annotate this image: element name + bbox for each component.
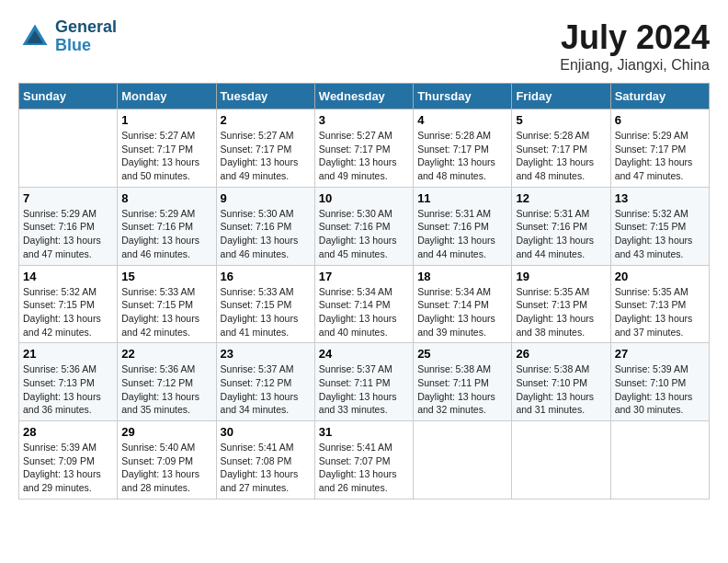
day-info: Sunrise: 5:33 AMSunset: 7:15 PMDaylight:… (221, 285, 311, 339)
day-number: 5 (516, 113, 606, 127)
day-number: 7 (23, 191, 113, 205)
day-info: Sunrise: 5:28 AMSunset: 7:17 PMDaylight:… (516, 129, 606, 183)
day-number: 28 (23, 425, 113, 439)
day-number: 20 (615, 270, 705, 283)
calendar-day-cell: 1Sunrise: 5:27 AMSunset: 7:17 PMDaylight… (118, 109, 216, 188)
calendar-day-cell: 11Sunrise: 5:31 AMSunset: 7:16 PMDayligh… (414, 187, 512, 265)
weekday-header-tuesday: Tuesday (216, 84, 314, 109)
calendar-day-cell: 31Sunrise: 5:41 AMSunset: 7:07 PMDayligh… (314, 421, 413, 500)
calendar-day-cell: 17Sunrise: 5:34 AMSunset: 7:14 PMDayligh… (314, 265, 413, 343)
page-header: General Blue July 2024 Enjiang, Jiangxi,… (18, 18, 710, 74)
weekday-header-saturday: Saturday (610, 84, 709, 109)
calendar-day-cell: 27Sunrise: 5:39 AMSunset: 7:10 PMDayligh… (610, 343, 709, 421)
calendar-table: SundayMondayTuesdayWednesdayThursdayFrid… (18, 83, 710, 500)
calendar-day-cell: 10Sunrise: 5:30 AMSunset: 7:16 PMDayligh… (314, 187, 413, 265)
calendar-day-cell: 30Sunrise: 5:41 AMSunset: 7:08 PMDayligh… (216, 421, 314, 500)
day-info: Sunrise: 5:38 AMSunset: 7:10 PMDaylight:… (516, 362, 606, 417)
calendar-day-cell: 9Sunrise: 5:30 AMSunset: 7:16 PMDaylight… (216, 187, 314, 265)
calendar-day-cell: 3Sunrise: 5:27 AMSunset: 7:17 PMDaylight… (314, 109, 413, 188)
calendar-day-cell: 8Sunrise: 5:29 AMSunset: 7:16 PMDaylight… (118, 187, 216, 265)
day-info: Sunrise: 5:39 AMSunset: 7:10 PMDaylight:… (615, 362, 705, 417)
calendar-day-cell (19, 109, 118, 188)
calendar-day-cell: 21Sunrise: 5:36 AMSunset: 7:13 PMDayligh… (19, 343, 118, 421)
calendar-day-cell: 16Sunrise: 5:33 AMSunset: 7:15 PMDayligh… (216, 265, 314, 343)
calendar-week-row: 1Sunrise: 5:27 AMSunset: 7:17 PMDaylight… (19, 109, 710, 188)
day-number: 12 (516, 191, 606, 205)
calendar-day-cell: 18Sunrise: 5:34 AMSunset: 7:14 PMDayligh… (414, 265, 512, 343)
day-info: Sunrise: 5:35 AMSunset: 7:13 PMDaylight:… (615, 285, 705, 339)
day-number: 24 (319, 347, 409, 361)
day-info: Sunrise: 5:32 AMSunset: 7:15 PMDaylight:… (615, 207, 705, 261)
title-section: July 2024 Enjiang, Jiangxi, China (560, 18, 710, 74)
location-title: Enjiang, Jiangxi, China (560, 57, 710, 74)
day-number: 15 (121, 270, 211, 283)
calendar-day-cell: 24Sunrise: 5:37 AMSunset: 7:11 PMDayligh… (314, 343, 413, 421)
logo-icon (18, 20, 51, 53)
day-number: 18 (417, 270, 507, 283)
logo-text: General Blue (55, 18, 117, 55)
calendar-day-cell: 5Sunrise: 5:28 AMSunset: 7:17 PMDaylight… (512, 109, 610, 188)
day-info: Sunrise: 5:27 AMSunset: 7:17 PMDaylight:… (319, 129, 409, 183)
day-number: 11 (417, 191, 507, 205)
calendar-day-cell: 28Sunrise: 5:39 AMSunset: 7:09 PMDayligh… (19, 421, 118, 500)
logo: General Blue (18, 18, 117, 55)
day-number: 8 (121, 191, 211, 205)
day-info: Sunrise: 5:29 AMSunset: 7:16 PMDaylight:… (23, 207, 113, 261)
day-number: 6 (615, 113, 705, 127)
calendar-day-cell: 12Sunrise: 5:31 AMSunset: 7:16 PMDayligh… (512, 187, 610, 265)
calendar-day-cell: 19Sunrise: 5:35 AMSunset: 7:13 PMDayligh… (512, 265, 610, 343)
day-number: 31 (319, 425, 409, 439)
day-info: Sunrise: 5:27 AMSunset: 7:17 PMDaylight:… (121, 129, 211, 183)
calendar-week-row: 7Sunrise: 5:29 AMSunset: 7:16 PMDaylight… (19, 187, 710, 265)
calendar-day-cell: 14Sunrise: 5:32 AMSunset: 7:15 PMDayligh… (19, 265, 118, 343)
calendar-day-cell: 22Sunrise: 5:36 AMSunset: 7:12 PMDayligh… (118, 343, 216, 421)
day-info: Sunrise: 5:34 AMSunset: 7:14 PMDaylight:… (319, 285, 409, 339)
day-number: 10 (319, 191, 409, 205)
calendar-day-cell: 23Sunrise: 5:37 AMSunset: 7:12 PMDayligh… (216, 343, 314, 421)
weekday-header-friday: Friday (512, 84, 610, 109)
day-number: 19 (516, 270, 606, 283)
day-number: 27 (615, 347, 705, 361)
day-info: Sunrise: 5:41 AMSunset: 7:08 PMDaylight:… (221, 441, 311, 495)
day-number: 30 (221, 425, 311, 439)
calendar-day-cell: 6Sunrise: 5:29 AMSunset: 7:17 PMDaylight… (610, 109, 709, 188)
day-info: Sunrise: 5:29 AMSunset: 7:17 PMDaylight:… (615, 129, 705, 183)
day-info: Sunrise: 5:33 AMSunset: 7:15 PMDaylight:… (121, 285, 211, 339)
day-info: Sunrise: 5:32 AMSunset: 7:15 PMDaylight:… (23, 285, 113, 339)
calendar-day-cell: 29Sunrise: 5:40 AMSunset: 7:09 PMDayligh… (118, 421, 216, 500)
day-info: Sunrise: 5:29 AMSunset: 7:16 PMDaylight:… (121, 207, 211, 261)
calendar-day-cell: 25Sunrise: 5:38 AMSunset: 7:11 PMDayligh… (414, 343, 512, 421)
day-number: 25 (417, 347, 507, 361)
calendar-day-cell: 13Sunrise: 5:32 AMSunset: 7:15 PMDayligh… (610, 187, 709, 265)
day-info: Sunrise: 5:35 AMSunset: 7:13 PMDaylight:… (516, 285, 606, 339)
day-number: 29 (121, 425, 211, 439)
month-title: July 2024 (560, 18, 710, 57)
calendar-week-row: 28Sunrise: 5:39 AMSunset: 7:09 PMDayligh… (19, 421, 710, 500)
day-info: Sunrise: 5:39 AMSunset: 7:09 PMDaylight:… (23, 441, 113, 495)
calendar-day-cell (512, 421, 610, 500)
calendar-day-cell: 7Sunrise: 5:29 AMSunset: 7:16 PMDaylight… (19, 187, 118, 265)
calendar-day-cell: 26Sunrise: 5:38 AMSunset: 7:10 PMDayligh… (512, 343, 610, 421)
weekday-header-thursday: Thursday (414, 84, 512, 109)
day-number: 22 (121, 347, 211, 361)
day-info: Sunrise: 5:31 AMSunset: 7:16 PMDaylight:… (516, 207, 606, 261)
calendar-day-cell (610, 421, 709, 500)
day-info: Sunrise: 5:34 AMSunset: 7:14 PMDaylight:… (417, 285, 507, 339)
day-info: Sunrise: 5:27 AMSunset: 7:17 PMDaylight:… (221, 129, 311, 183)
calendar-day-cell: 20Sunrise: 5:35 AMSunset: 7:13 PMDayligh… (610, 265, 709, 343)
day-number: 13 (615, 191, 705, 205)
day-info: Sunrise: 5:30 AMSunset: 7:16 PMDaylight:… (221, 207, 311, 261)
day-info: Sunrise: 5:28 AMSunset: 7:17 PMDaylight:… (417, 129, 507, 183)
day-number: 4 (417, 113, 507, 127)
day-info: Sunrise: 5:36 AMSunset: 7:12 PMDaylight:… (121, 362, 211, 417)
day-number: 23 (221, 347, 311, 361)
calendar-week-row: 14Sunrise: 5:32 AMSunset: 7:15 PMDayligh… (19, 265, 710, 343)
day-number: 17 (319, 270, 409, 283)
day-number: 1 (121, 113, 211, 127)
weekday-header-row: SundayMondayTuesdayWednesdayThursdayFrid… (19, 84, 710, 109)
day-info: Sunrise: 5:41 AMSunset: 7:07 PMDaylight:… (319, 441, 409, 495)
calendar-day-cell: 2Sunrise: 5:27 AMSunset: 7:17 PMDaylight… (216, 109, 314, 188)
calendar-week-row: 21Sunrise: 5:36 AMSunset: 7:13 PMDayligh… (19, 343, 710, 421)
day-number: 16 (221, 270, 311, 283)
calendar-day-cell: 15Sunrise: 5:33 AMSunset: 7:15 PMDayligh… (118, 265, 216, 343)
